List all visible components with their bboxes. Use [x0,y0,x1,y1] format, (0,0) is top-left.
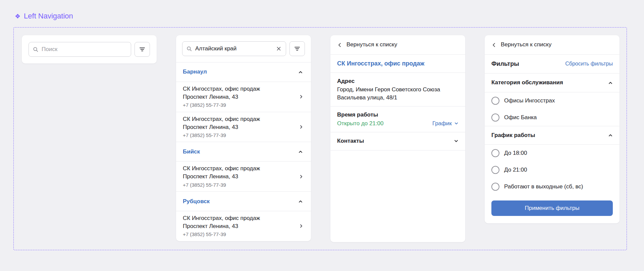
radio-option[interactable]: Работают в выходные (сб, вс) [485,178,620,195]
address-block: Адрес Город, Имени Героя Советского Союз… [330,73,465,106]
office-address: Проспект Ленина, 43 [183,223,296,230]
office-title: СК Ингосстрах, офис продаж [183,85,296,93]
radio-icon [491,114,499,122]
filters-title: Фильтры [491,60,519,68]
city-name: Рубцовск [183,198,210,205]
radio-icon [491,97,499,105]
reset-filters-link[interactable]: Сбросить фильтры [565,60,613,67]
back-to-list-link[interactable]: Вернуться к списку [330,35,465,55]
component-frame: Барнаул СК Ингосстрах, офис продаж Просп… [13,27,627,250]
chevron-up-icon [608,81,613,85]
chevron-up-icon [298,149,303,154]
radio-label: Работают в выходные (сб, вс) [504,183,583,190]
apply-filters-button[interactable]: Применить фильтры [491,200,613,216]
component-header: ❖ Left Navigation [15,11,73,21]
schedule-label: График [432,120,452,127]
address-line-1: Город, Имени Героя Советского Союза [337,86,459,93]
chevron-right-icon [299,174,304,179]
search-row [176,35,311,62]
office-detail-title: СК Ингосстрах, офис продаж [330,55,465,73]
filter-group-schedule[interactable]: График работы [485,126,620,145]
chevron-right-icon [299,94,304,99]
page-title: Left Navigation [24,11,73,21]
clear-search-button[interactable] [276,46,282,52]
filter-button[interactable] [135,42,150,57]
search-panel [22,35,157,63]
office-list-item[interactable]: СК Ингосстрах, офис продаж Проспект Лени… [176,82,311,112]
group-label: График работы [491,132,535,139]
back-label: Вернуться к списку [346,41,397,48]
contacts-label: Контакты [337,137,364,145]
search-field[interactable] [29,42,131,57]
city-section-rubtsovsk[interactable]: Рубцовск [176,192,311,211]
back-label: Вернуться к списку [501,41,551,48]
city-name: Барнаул [183,68,207,76]
filters-panel: Вернуться к списку Фильтры Сбросить филь… [485,35,620,223]
search-row [22,35,157,63]
filter-icon [294,46,300,52]
hours-label: Время работы [337,111,459,119]
office-address: Проспект Ленина, 43 [183,93,296,101]
office-title: СК Ингосстрах, офис продаж [183,165,296,172]
office-address: Проспект Ленина, 43 [183,124,296,131]
filter-group-category[interactable]: Категория обслуживания [485,74,620,92]
group-label: Категория обслуживания [491,79,563,86]
chevron-left-icon [337,42,342,48]
results-list-panel: Барнаул СК Ингосстрах, офис продаж Просп… [176,35,311,241]
search-field[interactable] [182,41,286,56]
radio-icon [491,149,499,157]
chevron-up-icon [608,133,613,138]
radio-option[interactable]: Офисы Ингосстрах [485,92,620,109]
chevron-right-icon [299,125,304,129]
office-title: СК Ингосстрах, офис продаж [183,215,296,222]
filters-header: Фильтры Сбросить фильтры [485,55,620,74]
radio-icon [491,166,499,174]
radio-label: Офис Банка [504,114,537,121]
office-address: Проспект Ленина, 43 [183,173,296,180]
search-input[interactable] [195,45,273,52]
search-input[interactable] [42,46,127,53]
chevron-up-icon [298,199,303,204]
open-status: Открыто до 21:00 [337,120,384,127]
radio-label: До 18:00 [504,149,527,157]
close-icon [276,46,281,51]
chevron-down-icon [454,121,459,126]
address-label: Адрес [337,78,459,85]
contacts-toggle[interactable]: Контакты [330,132,465,150]
office-title: СК Ингосстрах, офис продаж [183,116,296,123]
office-phone: +7 (3852) 55-77-39 [183,132,296,139]
radio-label: До 21:00 [504,166,527,174]
chevron-down-icon [454,139,459,143]
office-phone: +7 (3852) 55-77-39 [183,102,296,108]
office-list-item[interactable]: СК Ингосстрах, офис продаж Проспект Лени… [176,211,311,241]
back-to-list-link[interactable]: Вернуться к списку [485,35,620,55]
chevron-left-icon [491,42,497,48]
filter-button[interactable] [289,41,305,56]
office-list-item[interactable]: СК Ингосстрах, офис продаж Проспект Лени… [176,162,311,192]
search-icon [186,46,192,52]
schedule-toggle[interactable]: График [432,120,459,127]
chevron-right-icon [299,224,304,228]
radio-icon [491,183,499,191]
office-detail-panel: Вернуться к списку СК Ингосстрах, офис п… [330,35,465,242]
search-icon [33,47,39,52]
city-name: Бийск [183,148,200,155]
office-phone: +7 (3852) 55-77-39 [183,182,296,188]
filter-icon [139,46,145,52]
city-section-barnaul[interactable]: Барнаул [176,62,311,82]
office-phone: +7 (3852) 55-77-39 [183,231,296,238]
radio-option[interactable]: До 18:00 [485,145,620,162]
radio-option[interactable]: До 21:00 [485,162,620,178]
address-line-2: Васильева улица, 48/1 [337,94,459,101]
component-diamond-icon: ❖ [15,13,20,19]
chevron-up-icon [298,70,303,75]
city-section-biysk[interactable]: Бийск [176,142,311,162]
working-hours-block: Время работы Открыто до 21:00 График [330,106,465,132]
radio-option[interactable]: Офис Банка [485,109,620,126]
office-list-item[interactable]: СК Ингосстрах, офис продаж Проспект Лени… [176,112,311,142]
radio-label: Офисы Ингосстрах [504,97,555,104]
